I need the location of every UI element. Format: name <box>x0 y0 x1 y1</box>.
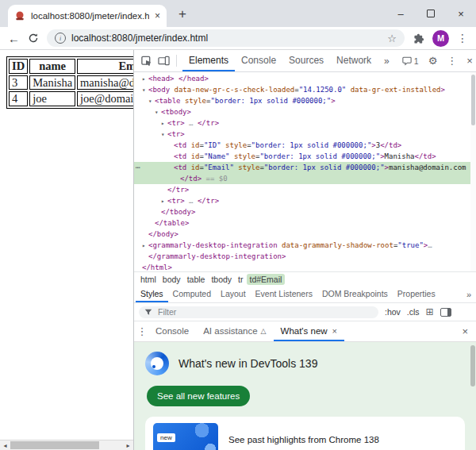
close-button[interactable]: × <box>446 0 476 27</box>
sidebar-tab-computed[interactable]: Computed <box>168 286 216 302</box>
tab-close-icon[interactable]: × <box>332 326 337 336</box>
browser-menu-icon[interactable]: ⋮ <box>457 32 468 44</box>
dom-tree-node[interactable]: ▾<body data-new-gr-c-s-check-loaded="14.… <box>134 84 476 95</box>
back-icon[interactable]: ← <box>8 33 20 44</box>
dom-tree-node[interactable]: ▾<table style="border: 1px solid #000000… <box>134 95 476 106</box>
twisty-icon[interactable]: ▸ <box>161 196 167 207</box>
sidebar-tab-layout[interactable]: Layout <box>216 286 251 302</box>
twisty-icon[interactable]: ▸ <box>142 74 148 85</box>
twisty-icon[interactable]: ▾ <box>161 129 167 140</box>
breadcrumb-item-table[interactable]: table <box>184 274 209 285</box>
dom-tree-node[interactable]: </body> <box>134 229 476 240</box>
breadcrumb-item-html[interactable]: html <box>137 274 159 285</box>
dom-tree-node[interactable]: ▸<head> </head> <box>134 73 476 84</box>
experiment-icon: △ <box>261 327 267 335</box>
see-all-features-button[interactable]: See all new features <box>147 386 250 406</box>
dom-tree-node[interactable]: ▾<tbody> <box>134 106 476 117</box>
sidebar-tab-event-listeners[interactable]: Event Listeners <box>251 286 317 302</box>
breadcrumb-item-body[interactable]: body <box>159 274 184 285</box>
dom-tree-node[interactable]: ▸<tr> … </tr> <box>134 195 476 206</box>
device-toolbar-icon[interactable] <box>156 53 171 69</box>
elements-scrollbar[interactable] <box>470 72 476 271</box>
devtools-tab-elements[interactable]: Elements <box>182 50 235 71</box>
scroll-thumb[interactable] <box>10 441 99 449</box>
minimize-button[interactable]: – <box>386 0 416 27</box>
dom-tree-node[interactable]: ▸<grammarly-desktop-integration data-gra… <box>134 240 476 251</box>
table-header-cell: name <box>29 59 75 74</box>
dom-tree-node[interactable]: <td id="ID" style="border: 1px solid #00… <box>134 140 476 151</box>
cls-toggle[interactable]: .cls <box>407 307 420 317</box>
dom-tree-node[interactable]: </table> <box>134 217 476 229</box>
address-bar[interactable]: i localhost:8080/jmeter/index.html ☆ <box>47 29 405 47</box>
new-badge: new <box>157 433 175 442</box>
issues-badge[interactable]: 1 <box>399 56 422 66</box>
scroll-right-icon[interactable]: ▸ <box>123 440 133 450</box>
scroll-left-icon[interactable]: ◂ <box>0 440 10 450</box>
drawer-tab-what-s-new[interactable]: What's new× <box>274 321 345 341</box>
sidebar-tab-dom-breakpoints[interactable]: DOM Breakpoints <box>317 286 393 302</box>
profile-avatar[interactable]: M <box>432 30 449 47</box>
breadcrumb-item-td-email[interactable]: td#Email <box>247 274 286 285</box>
devtools-close-icon[interactable]: × <box>463 56 476 66</box>
drawer-menu-icon[interactable]: ⋮ <box>136 325 148 337</box>
breadcrumb-item-tbody[interactable]: tbody <box>208 274 235 285</box>
settings-gear-icon[interactable]: ⚙ <box>425 56 441 66</box>
issues-count: 1 <box>414 56 419 66</box>
dom-tree-node[interactable]: ▸<tr> … </tr> <box>134 117 476 129</box>
devtools-tab-console[interactable]: Console <box>235 50 282 71</box>
highlights-card[interactable]: new See past highlights from Chrome 138 <box>145 417 465 450</box>
sidebar-more-icon[interactable]: » <box>466 290 474 299</box>
twisty-icon[interactable]: ▸ <box>142 240 148 252</box>
dom-tree-node[interactable]: </tr> <box>134 184 476 195</box>
more-panels-icon[interactable]: » <box>381 56 393 67</box>
sidebar-tab-styles[interactable]: Styles <box>136 286 168 302</box>
hov-toggle[interactable]: :hov <box>385 307 401 317</box>
site-info-icon[interactable]: i <box>55 33 66 44</box>
dom-tree-node[interactable]: </html> <box>134 262 476 271</box>
bookmark-star-icon[interactable]: ☆ <box>387 33 397 44</box>
table-cell: joe <box>29 91 75 106</box>
new-tab-button[interactable]: + <box>173 5 192 24</box>
dom-tree-node[interactable]: </tbody> <box>134 206 476 217</box>
funnel-icon <box>144 309 152 316</box>
scroll-thumb[interactable] <box>471 75 475 125</box>
devtools-tab-sources[interactable]: Sources <box>282 50 330 71</box>
inspect-icon[interactable] <box>139 53 153 69</box>
url-text[interactable]: localhost:8080/jmeter/index.html <box>71 33 382 44</box>
dom-tree-node[interactable]: </td> == $0 <box>134 173 476 184</box>
breadcrumb-item-tr[interactable]: tr <box>235 274 246 285</box>
more-actions-icon[interactable]: ⋯ <box>136 162 139 173</box>
devtools-tab-network[interactable]: Network <box>330 50 378 71</box>
drawer-scrollbar[interactable] <box>470 345 475 387</box>
dom-tree-node[interactable]: ▾<tr> <box>134 129 476 140</box>
twisty-icon[interactable]: ▸ <box>161 118 167 129</box>
maximize-button[interactable] <box>416 0 446 27</box>
dom-tree-node[interactable]: ⋯<td id="Email" style="border: 1px solid… <box>134 162 476 173</box>
drawer-tab-ai-assistance[interactable]: AI assistance△ <box>196 321 273 341</box>
dom-tree-node[interactable]: </grammarly-desktop-integration> <box>134 251 476 262</box>
twisty-icon[interactable]: ▾ <box>155 107 161 118</box>
drawer-tab-label: What's new <box>281 326 328 336</box>
twisty-icon[interactable]: ▾ <box>142 85 148 96</box>
styles-filter-field[interactable] <box>139 306 378 318</box>
table-header-cell: ID <box>9 59 28 74</box>
devtools-toolbar: ElementsConsoleSourcesNetwork » 1 ⚙ ⋮ × <box>134 50 476 72</box>
breadcrumb-bar: htmlbodytabletbodytrtd#Email <box>134 271 476 286</box>
new-style-rule-icon[interactable]: ⊞ <box>426 307 434 317</box>
browser-tab[interactable]: localhost:8080/jmeter/index.html × <box>8 5 167 27</box>
dom-tree-node[interactable]: <td id="Name" style="border: 1px solid #… <box>134 151 476 162</box>
devtools-menu-icon[interactable]: ⋮ <box>443 56 460 66</box>
drawer-tab-label: AI assistance <box>203 326 257 336</box>
drawer-tab-console[interactable]: Console <box>148 321 196 341</box>
card-thumbnail: new <box>153 423 218 450</box>
panel-toggle-icon[interactable] <box>440 308 451 317</box>
twisty-icon[interactable]: ▾ <box>148 96 155 107</box>
styles-filter-input[interactable] <box>156 306 373 317</box>
scroll-track[interactable] <box>10 440 123 450</box>
extensions-icon[interactable] <box>413 33 424 44</box>
tab-close-icon[interactable]: × <box>155 11 160 21</box>
sidebar-tab-properties[interactable]: Properties <box>393 286 440 302</box>
page-h-scrollbar[interactable]: ◂ ▸ <box>0 440 133 450</box>
drawer-close-icon[interactable]: × <box>455 325 474 337</box>
reload-icon[interactable] <box>28 33 39 44</box>
